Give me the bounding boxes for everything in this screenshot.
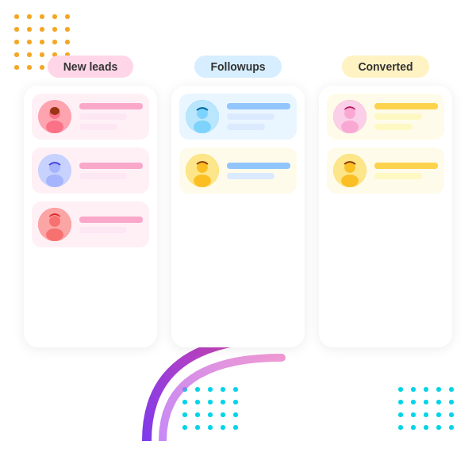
line-3 [374,124,413,130]
col-card-followups [171,86,305,347]
lead-item[interactable] [32,201,149,247]
avatar [38,154,71,187]
line-1 [227,163,290,169]
line-3 [79,124,117,130]
col-header-converted: Converted [342,56,428,78]
col-header-followups: Followups [194,56,281,78]
line-2 [227,113,274,120]
lead-lines [79,217,143,233]
line-2 [227,173,274,179]
dots-bottomright [398,387,460,436]
avatar [38,208,71,241]
lead-item[interactable] [327,148,444,194]
avatar [186,154,219,187]
svg-point-6 [46,174,63,187]
col-card-new-leads [24,86,157,347]
line-2 [79,173,127,179]
avatar [333,154,367,187]
lead-lines [227,103,290,130]
column-new-leads: New leads [24,56,157,347]
lead-lines [374,103,438,130]
line-1 [79,163,143,169]
lead-item[interactable] [327,94,444,140]
line-2 [79,227,127,233]
lead-lines [79,103,143,130]
svg-point-8 [49,216,60,227]
avatar [333,100,367,133]
page-wrapper: New leads [0,0,476,460]
svg-point-3 [50,107,60,115]
lead-item[interactable] [179,148,297,194]
column-converted: Converted [319,56,452,347]
avatar [38,100,71,133]
col-header-new-leads: New leads [48,56,133,78]
col-card-converted [319,86,452,347]
svg-point-17 [344,108,355,119]
svg-point-9 [46,228,63,241]
lead-lines [227,163,290,179]
line-2 [374,173,422,179]
line-1 [374,163,438,169]
line-2 [374,113,422,120]
svg-point-12 [194,121,211,133]
line-3 [227,124,265,130]
svg-point-15 [194,174,211,187]
line-1 [79,217,143,223]
lead-lines [79,163,143,179]
lead-item[interactable] [32,148,149,194]
svg-point-18 [341,121,359,133]
lead-item[interactable] [179,94,297,140]
kanban-board: New leads [16,56,460,347]
column-followups: Followups [171,56,305,347]
avatar [186,100,219,133]
line-2 [79,113,127,120]
svg-point-21 [341,174,359,187]
line-1 [374,103,438,109]
lead-lines [374,163,438,179]
svg-point-2 [46,121,63,133]
line-1 [227,103,290,109]
line-1 [79,103,143,109]
lead-item[interactable] [32,94,149,140]
